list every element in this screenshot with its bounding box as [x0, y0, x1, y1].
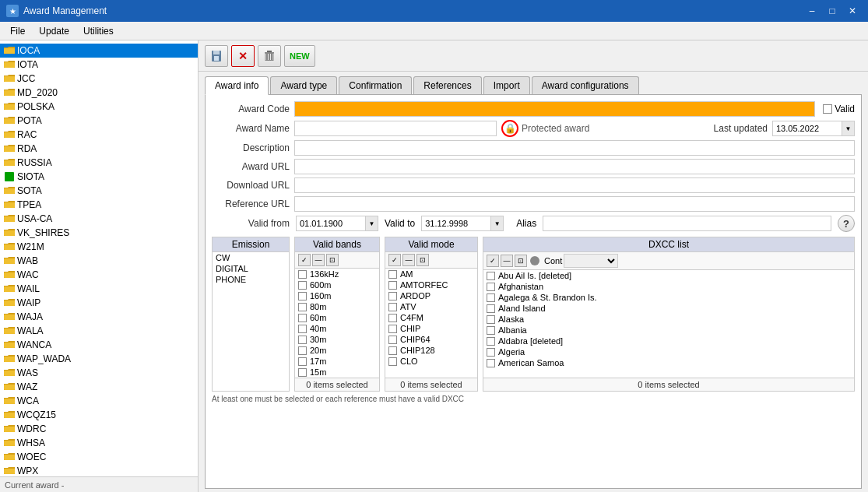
- tree-item-TPEA[interactable]: TPEA: [0, 198, 198, 212]
- tree-item-RUSSIA[interactable]: RUSSIA: [0, 156, 198, 170]
- dxcc-list[interactable]: Abu Ail Is. [deleted]AfghanistanAgalega …: [483, 270, 854, 378]
- tree-item-WCQZ15[interactable]: WCQZ15: [0, 408, 198, 422]
- tree-item-RAC[interactable]: RAC: [0, 128, 198, 142]
- mode-item[interactable]: CHIP: [385, 323, 477, 334]
- tree-item-POLSKA[interactable]: POLSKA: [0, 100, 198, 114]
- band-item[interactable]: 15m: [295, 367, 379, 378]
- mode-checkbox[interactable]: [388, 336, 397, 344]
- band-checkbox[interactable]: [298, 292, 307, 300]
- mode-item[interactable]: CHIP64: [385, 334, 477, 345]
- tree-item-WAB[interactable]: WAB: [0, 254, 198, 268]
- band-checkbox[interactable]: [298, 357, 307, 366]
- dxcc-item[interactable]: American Samoa: [483, 357, 854, 368]
- tree-item-IOCA[interactable]: IOCA: [0, 44, 198, 58]
- description-input[interactable]: [294, 140, 855, 156]
- mode-item[interactable]: AMTORFEC: [385, 279, 477, 290]
- tree-item-WAJA[interactable]: WAJA: [0, 310, 198, 324]
- valid-mode-list[interactable]: AMAMTORFECARDOPATVC4FMCHIPCHIP64CHIP128C…: [385, 269, 477, 378]
- last-updated-calendar-btn[interactable]: ▼: [842, 121, 855, 136]
- alias-input[interactable]: [543, 216, 831, 231]
- dxcc-item[interactable]: Aland Island: [483, 303, 854, 314]
- dxcc-item[interactable]: Afghanistan: [483, 281, 854, 292]
- valid-bands-list[interactable]: 136kHz600m160m80m60m40m30m20m17m15m: [295, 269, 379, 378]
- tab-import[interactable]: Import: [483, 76, 530, 94]
- award-name-input[interactable]: [294, 121, 497, 136]
- cont-select[interactable]: [564, 254, 618, 268]
- dxcc-checkbox[interactable]: [487, 326, 495, 335]
- band-checkbox[interactable]: [298, 346, 307, 355]
- band-item[interactable]: 600m: [295, 279, 379, 290]
- dxcc-checkbox[interactable]: [487, 304, 495, 313]
- valid-to-input[interactable]: [421, 216, 491, 231]
- mode-minus-btn[interactable]: —: [402, 254, 415, 266]
- dxcc-checkbox[interactable]: [487, 272, 495, 280]
- tree-item-IOTA[interactable]: IOTA: [0, 58, 198, 72]
- dxcc-checkbox[interactable]: [487, 315, 495, 324]
- tree-item-USA-CA[interactable]: USA-CA: [0, 212, 198, 226]
- help-button[interactable]: ?: [838, 215, 855, 232]
- tree-item-WPX[interactable]: WPX: [0, 464, 198, 476]
- dxcc-item[interactable]: Aldabra [deleted]: [483, 336, 854, 346]
- band-checkbox[interactable]: [298, 281, 307, 290]
- tree-item-MD_2020[interactable]: MD_2020: [0, 86, 198, 100]
- emission-item[interactable]: PHONE: [213, 274, 289, 285]
- band-checkbox[interactable]: [298, 368, 307, 377]
- mode-item[interactable]: ATV: [385, 301, 477, 312]
- mode-checkbox[interactable]: [388, 292, 397, 300]
- mode-item[interactable]: CLO: [385, 356, 477, 367]
- mode-check-btn[interactable]: ✓: [388, 254, 401, 266]
- valid-from-input[interactable]: [296, 216, 366, 231]
- download-url-input[interactable]: [294, 177, 855, 193]
- mode-item[interactable]: AM: [385, 269, 477, 279]
- mode-checkbox[interactable]: [388, 325, 397, 333]
- valid-checkbox[interactable]: [823, 104, 832, 114]
- tree-item-WDRC[interactable]: WDRC: [0, 422, 198, 436]
- dxcc-item[interactable]: Algeria: [483, 346, 854, 357]
- tree-item-WAZ[interactable]: WAZ: [0, 380, 198, 394]
- band-item[interactable]: 60m: [295, 312, 379, 323]
- tree-item-VK_SHIRES[interactable]: VK_SHIRES: [0, 226, 198, 240]
- band-checkbox[interactable]: [298, 325, 307, 333]
- tree-item-WAIP[interactable]: WAIP: [0, 296, 198, 310]
- mode-checkbox[interactable]: [388, 303, 397, 311]
- tree-item-WAIL[interactable]: WAIL: [0, 282, 198, 296]
- mode-checkbox[interactable]: [388, 357, 397, 366]
- band-item[interactable]: 136kHz: [295, 269, 379, 279]
- dxcc-checkbox[interactable]: [487, 337, 495, 346]
- mode-checkbox[interactable]: [388, 346, 397, 355]
- tree-item-JCC[interactable]: JCC: [0, 72, 198, 86]
- menu-utilities[interactable]: Utilities: [76, 23, 121, 39]
- tree-item-WAP_WADA[interactable]: WAP_WADA: [0, 352, 198, 366]
- dxcc-copy-btn[interactable]: ⊡: [515, 255, 527, 267]
- close-button[interactable]: ✕: [843, 3, 862, 19]
- mode-item[interactable]: C4FM: [385, 312, 477, 323]
- maximize-button[interactable]: □: [823, 3, 842, 19]
- tree-item-WAS[interactable]: WAS: [0, 366, 198, 380]
- tree-item-WALA[interactable]: WALA: [0, 324, 198, 338]
- tab-references[interactable]: References: [413, 76, 481, 94]
- last-updated-value[interactable]: 13.05.2022: [772, 121, 842, 136]
- tree-item-WCA[interactable]: WCA: [0, 394, 198, 408]
- tab-award-info[interactable]: Award info: [205, 76, 269, 95]
- dxcc-checkbox[interactable]: [487, 283, 495, 291]
- save-button[interactable]: [205, 45, 228, 67]
- band-checkbox[interactable]: [298, 270, 307, 279]
- award-code-input[interactable]: [294, 101, 815, 117]
- menu-file[interactable]: File: [3, 23, 32, 39]
- mode-item[interactable]: ARDOP: [385, 290, 477, 301]
- tree-item-WHSA[interactable]: WHSA: [0, 436, 198, 450]
- band-checkbox[interactable]: [298, 336, 307, 344]
- tab-award-type[interactable]: Award type: [270, 76, 337, 94]
- dxcc-checkbox[interactable]: [487, 348, 495, 357]
- valid-to-calendar-btn[interactable]: ▼: [491, 216, 504, 231]
- cancel-button[interactable]: ✕: [231, 45, 255, 67]
- reference-url-input[interactable]: [294, 196, 855, 212]
- valid-from-calendar-btn[interactable]: ▼: [366, 216, 378, 231]
- band-item[interactable]: 160m: [295, 290, 379, 301]
- dxcc-item[interactable]: Albania: [483, 325, 854, 336]
- dxcc-minus-btn[interactable]: —: [501, 255, 513, 267]
- emission-item[interactable]: CW: [213, 252, 289, 263]
- band-checkbox[interactable]: [298, 314, 307, 322]
- tree-item-WOEC[interactable]: WOEC: [0, 450, 198, 464]
- bands-check-btn[interactable]: ✓: [298, 254, 311, 266]
